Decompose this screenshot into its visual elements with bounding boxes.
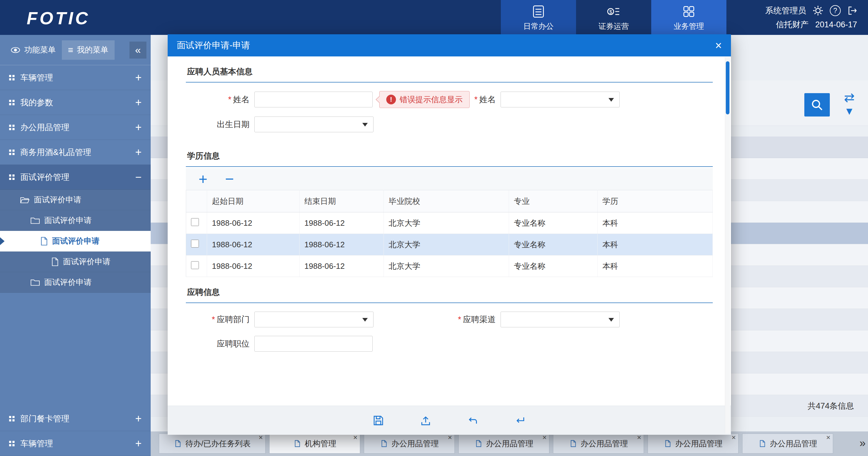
table-row[interactable]: 1988-06-12 1988-06-12 北京大学 专业名称 本科: [186, 255, 713, 277]
dialog-title: 面试评价申请-申请: [177, 39, 250, 52]
close-icon[interactable]: ×: [448, 434, 452, 441]
close-icon[interactable]: ×: [826, 434, 830, 441]
remove-row-button[interactable]: −: [225, 171, 234, 187]
table-row[interactable]: 1988-06-12 1988-06-12 北京大学 专业名称 本科: [186, 212, 713, 234]
add-row-button[interactable]: +: [198, 171, 207, 187]
sidebar: 功能菜单 ≡ 我的菜单 « 车辆管理 + 我的参数 + 办公用品管理 +: [0, 35, 151, 456]
dialog-body: 应聘人员基本信息 * 姓名 ! 错误提示信息显示 * 姓: [168, 56, 731, 435]
tree-item-label: 面试评价申请: [44, 277, 92, 288]
grid-dots-icon: [9, 125, 11, 127]
help-icon[interactable]: ?: [830, 5, 841, 16]
expand-plus-icon[interactable]: +: [135, 412, 142, 425]
section-apply-info: 应聘信息: [186, 277, 713, 303]
row-checkbox[interactable]: [191, 240, 199, 248]
cell-start-date: 1988-06-12: [207, 255, 300, 277]
row-checkbox[interactable]: [191, 218, 199, 226]
close-icon[interactable]: ×: [715, 40, 722, 51]
close-icon[interactable]: ×: [258, 434, 263, 441]
cell-school: 北京大学: [384, 234, 509, 255]
save-floppy-icon: [372, 415, 384, 427]
search-icon: [810, 98, 824, 112]
sidebar-item-interview-eval-mgmt[interactable]: 面试评价管理 −: [0, 165, 151, 190]
sidebar-item-dept-meal-card[interactable]: 部门餐卡管理 +: [0, 406, 151, 431]
apply-position-input[interactable]: [254, 336, 373, 352]
user-info-block: 系统管理员 ? 信托财产 2014-06-17: [765, 4, 857, 32]
dialog-scrollbar[interactable]: [725, 57, 730, 433]
folder-icon: [30, 279, 40, 286]
more-tabs-icon[interactable]: »: [860, 437, 866, 450]
birth-date-select[interactable]: [254, 116, 373, 132]
tab-office-supplies-5[interactable]: 办公用品管理 ×: [742, 433, 833, 454]
close-icon[interactable]: ×: [542, 434, 547, 441]
nav-daily-office[interactable]: 日常办公: [501, 0, 576, 35]
apply-position-label: 应聘职位: [186, 338, 249, 349]
user-role: 系统管理员: [765, 5, 806, 16]
tab-office-supplies-1[interactable]: 办公用品管理 ×: [364, 433, 455, 454]
nav-label: 证券运营: [598, 21, 629, 31]
close-icon[interactable]: ×: [637, 434, 641, 441]
save-button[interactable]: [370, 412, 387, 429]
table-row-selected[interactable]: 1988-06-12 1988-06-12 北京大学 专业名称 本科: [186, 234, 713, 255]
sidebar-item-business-wine-gifts[interactable]: 商务用酒&礼品管理 +: [0, 140, 151, 165]
scrollbar-thumb[interactable]: [726, 61, 730, 114]
export-button[interactable]: [417, 412, 434, 429]
sidebar-item-my-params[interactable]: 我的参数 +: [0, 90, 151, 115]
gear-icon[interactable]: [813, 5, 823, 16]
sidebar-item-vehicle-mgmt-2[interactable]: 车辆管理 +: [0, 431, 151, 456]
tab-label: 办公用品管理: [675, 438, 722, 449]
expand-plus-icon[interactable]: +: [135, 121, 142, 134]
expand-plus-icon[interactable]: +: [135, 71, 142, 84]
sidebar-item-label: 部门餐卡管理: [20, 413, 135, 424]
sidebar-item-office-supplies[interactable]: 办公用品管理 +: [0, 115, 151, 140]
close-icon[interactable]: ×: [732, 434, 736, 441]
chevron-down-icon[interactable]: ▼: [844, 106, 855, 116]
tab-label: 办公用品管理: [486, 438, 533, 449]
submit-button[interactable]: [512, 412, 529, 429]
sidebar-item-label: 商务用酒&礼品管理: [20, 147, 135, 158]
nav-securities-ops[interactable]: $ 证券运营: [576, 0, 651, 35]
cell-start-date: 1988-06-12: [207, 212, 300, 234]
tab-office-supplies-4[interactable]: 办公用品管理 ×: [648, 433, 739, 454]
cell-school: 北京大学: [384, 212, 509, 234]
tab-office-supplies-3[interactable]: 办公用品管理 ×: [553, 433, 644, 454]
required-marker: *: [228, 95, 231, 104]
tab-org-mgmt[interactable]: 机构管理 ×: [269, 433, 360, 454]
row-checkbox[interactable]: [191, 261, 199, 269]
sidebar-tree-item-5[interactable]: 面试评价申请: [0, 272, 151, 293]
expand-plus-icon[interactable]: +: [135, 146, 142, 159]
cell-major: 专业名称: [509, 255, 597, 277]
sidebar-tree-item-2[interactable]: 面试评价申请: [0, 210, 151, 231]
tab-label: 待办/已办任务列表: [185, 438, 250, 449]
securities-dollar-icon: $: [607, 4, 621, 19]
nav-business-mgmt[interactable]: 业务管理: [651, 0, 726, 35]
name-input[interactable]: [254, 92, 373, 107]
swap-arrows-icon[interactable]: ⇄: [844, 91, 855, 104]
sidebar-tree-item-1[interactable]: 面试评价申请: [0, 190, 151, 210]
name2-select[interactable]: [500, 92, 620, 107]
grid-dots-icon: [9, 416, 11, 418]
sidebar-tab-function-menu[interactable]: 功能菜单: [4, 40, 62, 60]
sidebar-item-vehicle-mgmt[interactable]: 车辆管理 +: [0, 65, 151, 90]
logout-icon[interactable]: [847, 6, 857, 16]
tree-item-label: 面试评价申请: [63, 256, 111, 267]
apply-dept-select[interactable]: [254, 312, 373, 327]
cell-end-date: 1988-06-12: [300, 212, 384, 234]
top-navigation: 日常办公 $ 证券运营 业务管理: [501, 0, 726, 35]
sidebar-tree-item-3-selected[interactable]: 面试评价申请: [0, 231, 151, 252]
expand-plus-icon[interactable]: +: [135, 96, 142, 109]
tab-todo-task-list[interactable]: 待办/已办任务列表 ×: [159, 433, 266, 454]
tab-office-supplies-2[interactable]: 办公用品管理 ×: [458, 433, 549, 454]
sidebar-collapse-button[interactable]: «: [129, 41, 147, 59]
grid-dots-icon: [9, 149, 11, 152]
sidebar-tab-my-menu[interactable]: ≡ 我的菜单: [62, 40, 115, 60]
search-button[interactable]: [804, 93, 830, 116]
apply-channel-label: * 应聘渠道: [450, 314, 496, 325]
apply-channel-select[interactable]: [500, 312, 620, 327]
nav-label: 日常办公: [523, 21, 554, 31]
expand-plus-icon[interactable]: +: [135, 437, 142, 450]
sidebar-tree-item-4[interactable]: 面试评价申请: [0, 252, 151, 272]
reset-button[interactable]: [464, 412, 482, 429]
collapse-minus-icon[interactable]: −: [135, 171, 142, 183]
close-icon[interactable]: ×: [353, 434, 358, 441]
enter-return-icon: [514, 415, 526, 427]
